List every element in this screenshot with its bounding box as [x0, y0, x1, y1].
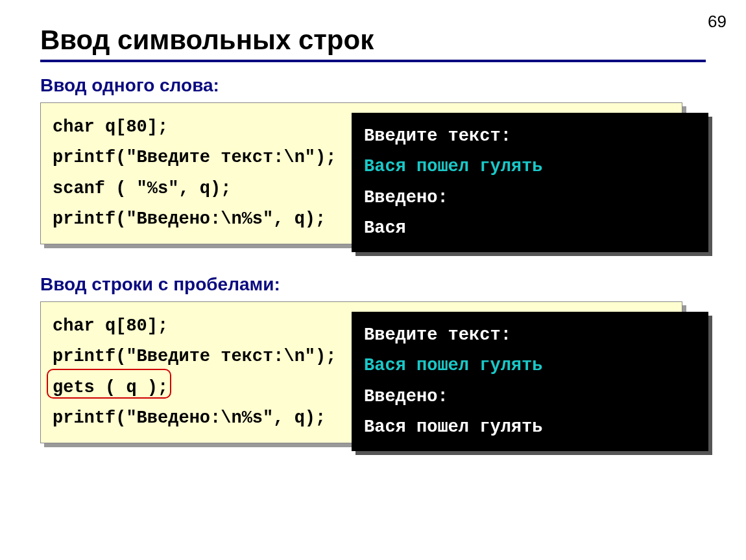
- section2-console: Введите текст: Вася пошел гулять Введено…: [352, 312, 708, 451]
- section1-label: Ввод одного слова:: [40, 75, 746, 96]
- section2-label: Ввод строки с пробелами:: [40, 274, 746, 295]
- console-line: Введите текст:: [364, 126, 511, 146]
- console-line: Введено:: [364, 387, 448, 406]
- page-number: 69: [708, 12, 727, 32]
- console-user-input: Вася пошел гулять: [364, 157, 542, 176]
- section1-console: Введите текст: Вася пошел гулять Введено…: [352, 113, 708, 252]
- section2-wrap: char q[80]; printf("Введите текст:\n"); …: [40, 301, 706, 443]
- console-line: Вася: [364, 218, 406, 238]
- console-user-input: Вася пошел гулять: [364, 356, 542, 375]
- console-line: Введите текст:: [364, 325, 511, 345]
- slide-title: Ввод символьных строк: [40, 25, 746, 56]
- console-line: Вася пошел гулять: [364, 417, 542, 437]
- section1-wrap: char q[80]; printf("Введите текст:\n"); …: [40, 102, 706, 244]
- title-rule: [40, 60, 706, 62]
- console-line: Введено:: [364, 188, 448, 207]
